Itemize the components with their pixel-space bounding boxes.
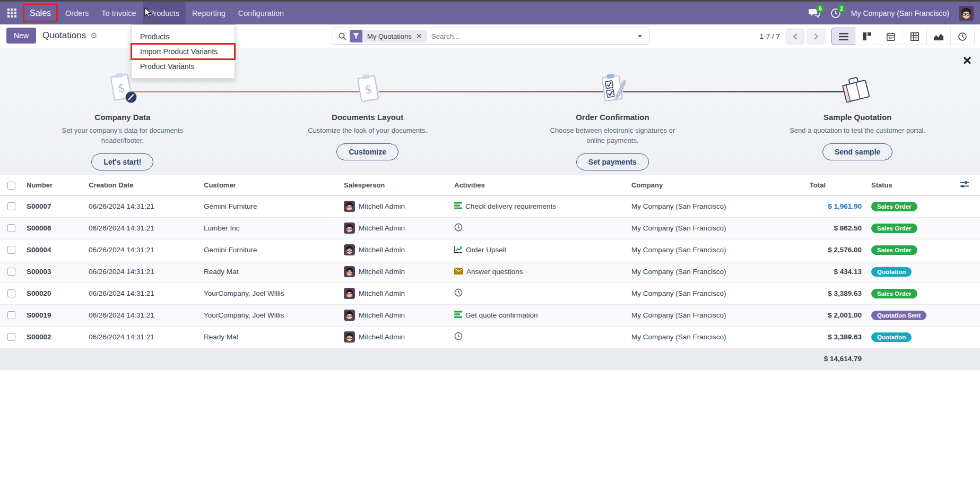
cell-status: Quotation [865,326,957,348]
kanban-view-icon [863,32,871,40]
set-payments-button[interactable]: Set payments [576,153,649,170]
cell-number: S00007 [23,195,85,217]
row-checkbox[interactable] [7,333,15,341]
app-brand-sales[interactable]: Sales [30,8,51,18]
messages-button[interactable]: 6 [809,7,820,19]
salesperson-avatar [344,288,355,299]
column-header-customer[interactable]: Customer [201,175,341,195]
nav-item-products[interactable]: Products [143,2,186,24]
column-header-total[interactable]: Total [806,175,865,195]
nav-item-configuration[interactable]: Configuration [232,2,290,24]
cell-activities[interactable] [451,326,628,348]
row-checkbox[interactable] [7,289,15,297]
activity-clock-icon [454,288,463,298]
cell-status: Quotation Sent [865,304,957,326]
table-row[interactable]: S00004 06/26/2024 14:31:21 Gemini Furnit… [0,239,980,261]
view-kanban-button[interactable] [855,28,879,45]
row-checkbox[interactable] [7,311,15,319]
step-description: Customize the look of your documents. [308,126,427,136]
cell-activities[interactable] [451,217,628,239]
activity-clock-icon [454,332,463,342]
activities-button[interactable]: 2 [830,7,842,19]
status-badge: Quotation [871,267,912,277]
facet-label: My Quotations [367,32,412,40]
table-row[interactable]: S00006 06/26/2024 14:31:21 Lumber Inc Mi… [0,217,980,239]
company-switcher[interactable]: My Company (San Francisco) [851,9,949,18]
cell-company: My Company (San Francisco) [628,283,806,304]
cell-customer: YourCompany, Joel Willis [201,283,341,304]
table-row[interactable]: S00007 06/26/2024 14:31:21 Gemini Furnit… [0,195,980,217]
facet-body: My Quotations ✕ [362,30,427,42]
products-dropdown-menu: Products Import Product Variants Product… [131,24,235,79]
view-pivot-button[interactable] [903,28,927,45]
cell-total: $ 434.13 [806,261,865,283]
table-row[interactable]: S00019 06/26/2024 14:31:21 YourCompany, … [0,304,980,326]
nav-item-orders[interactable]: Orders [59,2,95,24]
lets-start-button[interactable]: Let's start! [91,153,153,170]
row-checkbox[interactable] [7,202,15,210]
row-checkbox[interactable] [7,224,15,232]
pager-buttons [785,28,826,45]
new-button[interactable]: New [6,28,36,44]
cell-number: S00020 [23,283,85,304]
cell-activities[interactable]: Order Upsell [451,239,628,261]
cell-customer: Ready Mat [201,326,341,348]
footer-total-sum: $ 14,614.79 [806,348,865,370]
column-header-salesperson[interactable]: Salesperson [341,175,451,195]
brand-red-annotation: Sales [23,4,58,22]
column-header-status[interactable]: Status [865,175,957,195]
menu-item-import-product-variants[interactable]: Import Product Variants [132,44,235,59]
salesperson-avatar [344,244,355,255]
table-row[interactable]: S00020 06/26/2024 14:31:21 YourCompany, … [0,283,980,304]
column-header-creation-date[interactable]: Creation Date [85,175,201,195]
cell-customer: Ready Mat [201,261,341,283]
facet-remove-icon[interactable]: ✕ [416,32,422,40]
column-header-activities[interactable]: Activities [451,175,628,195]
column-header-company[interactable]: Company [628,175,806,195]
odoo-sales-app: Sales Orders To Invoice Products Reporti… [0,0,980,496]
pager-next-button[interactable] [806,28,826,45]
send-sample-button[interactable]: Send sample [822,143,892,160]
pivot-view-icon [910,32,919,41]
menu-item-product-variants[interactable]: Product Variants [132,59,235,74]
view-switcher [831,28,975,45]
activity-envelope-icon [454,268,463,276]
adjust-columns-icon[interactable] [960,181,969,188]
table-row[interactable]: S00003 06/26/2024 14:31:21 Ready Mat Mit… [0,261,980,283]
step-description: Choose between electronic signatures or … [543,126,681,146]
select-all-checkbox[interactable] [7,182,15,190]
apps-menu-button[interactable] [0,2,22,24]
gear-icon[interactable]: ⚙ [90,31,97,40]
table-header-row: Number Creation Date Customer Salesperso… [0,175,980,195]
cell-status: Sales Order [865,195,957,217]
nav-item-to-invoice[interactable]: To Invoice [95,2,142,24]
search-bar[interactable]: My Quotations ✕ [332,28,650,45]
activity-chart-icon [454,245,463,255]
customize-button[interactable]: Customize [336,143,398,160]
cell-activities[interactable]: Check delivery requirements [451,195,628,217]
view-graph-button[interactable] [927,28,951,45]
menu-item-products[interactable]: Products [132,29,235,44]
table-row[interactable]: S00002 06/26/2024 14:31:21 Ready Mat Mit… [0,326,980,348]
cell-creation-date: 06/26/2024 14:31:21 [85,304,201,326]
view-calendar-button[interactable] [879,28,903,45]
search-facet-my-quotations[interactable]: My Quotations ✕ [350,30,427,42]
user-avatar[interactable] [959,6,974,21]
search-dropdown-caret[interactable] [638,35,642,38]
column-header-number[interactable]: Number [23,175,85,195]
cell-company: My Company (San Francisco) [628,239,806,261]
cell-activities[interactable]: Get quote confirmation [451,304,628,326]
pager-range: 1-7 / 7 [760,32,780,40]
view-list-button[interactable] [831,28,855,45]
cell-activities[interactable] [451,283,628,304]
row-checkbox[interactable] [7,268,15,276]
search-input[interactable] [431,32,635,40]
cell-activities[interactable]: Answer questions [451,261,628,283]
cell-company: My Company (San Francisco) [628,217,806,239]
pager-previous-button[interactable] [785,28,805,45]
nav-item-reporting[interactable]: Reporting [186,2,232,24]
table-footer-row: $ 14,614.79 [0,348,980,370]
view-activity-button[interactable] [951,28,975,45]
row-checkbox[interactable] [7,246,15,254]
step-title: Company Data [94,113,150,122]
